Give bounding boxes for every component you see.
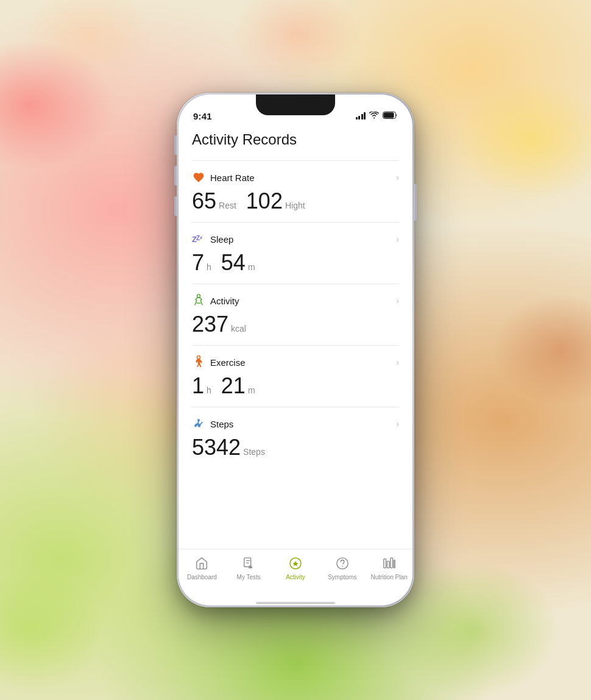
symptoms-nav-icon xyxy=(334,555,350,571)
heart-icon xyxy=(192,171,205,184)
activity-values: 237 kcal xyxy=(192,313,399,335)
app-content: Activity Records Heart Rate › xyxy=(179,125,412,549)
heart-rate-high-group: 102 Hight xyxy=(246,190,305,212)
nav-item-nutrition-plan[interactable]: Nutrition Plan xyxy=(366,554,412,580)
nav-item-activity[interactable]: Activity xyxy=(272,554,319,580)
activity-nav-icon xyxy=(288,555,303,571)
activity-card[interactable]: Activity › 237 kcal xyxy=(192,284,399,345)
nav-item-symptoms[interactable]: Symptoms xyxy=(319,554,366,580)
steps-count-unit: Steps xyxy=(243,447,265,457)
steps-header: Steps › xyxy=(192,417,399,430)
status-icons xyxy=(356,110,398,121)
steps-values: 5342 Steps xyxy=(192,437,399,459)
heart-rate-rest-unit: Rest xyxy=(219,201,236,210)
svg-point-9 xyxy=(342,566,343,567)
nav-item-dashboard[interactable]: Dashboard xyxy=(179,554,225,580)
phone-notch xyxy=(256,95,335,115)
sleep-title-row: Z Z z Sleep xyxy=(192,232,233,246)
nav-label-nutrition-plan: Nutrition Plan xyxy=(371,574,408,580)
exercise-mins-unit: m xyxy=(248,385,255,395)
exercise-header: Exercise › xyxy=(192,355,399,369)
svg-point-6 xyxy=(197,356,200,359)
steps-title: Steps xyxy=(210,419,233,429)
activity-chevron: › xyxy=(396,296,399,305)
sleep-chevron: › xyxy=(396,234,399,244)
nav-label-my-tests: My Tests xyxy=(237,574,261,580)
activity-title: Activity xyxy=(210,296,239,306)
sleep-title: Sleep xyxy=(210,234,233,245)
svg-rect-13 xyxy=(394,560,395,568)
activity-person-icon xyxy=(192,294,205,307)
page-title: Activity Records xyxy=(192,131,399,148)
heart-rate-card[interactable]: Heart Rate › 65 Rest 102 Hight xyxy=(192,160,399,222)
activity-kcal-value: 237 xyxy=(192,313,228,335)
sleep-icon: Z Z z xyxy=(192,232,205,246)
steps-card[interactable]: Steps › 5342 Steps xyxy=(192,407,399,468)
activity-kcal-unit: kcal xyxy=(231,324,246,334)
exercise-mins-group: 21 m xyxy=(221,375,255,397)
nav-label-dashboard: Dashboard xyxy=(187,574,217,580)
heart-rate-high-unit: Hight xyxy=(285,201,305,210)
exercise-hours-value: 1 xyxy=(192,375,204,397)
exercise-mins-value: 21 xyxy=(221,375,246,397)
nutrition-plan-nav-icon xyxy=(381,555,397,571)
phone-screen: 9:41 xyxy=(179,95,412,605)
heart-rate-chevron: › xyxy=(396,173,399,182)
steps-title-row: Steps xyxy=(192,417,233,430)
heart-rate-rest-group: 65 Rest xyxy=(192,190,236,212)
activity-title-row: Activity xyxy=(192,294,239,307)
exercise-card[interactable]: Exercise › 1 h 21 m xyxy=(192,345,399,407)
exercise-hours-group: 1 h xyxy=(192,375,211,397)
battery-icon xyxy=(383,110,398,121)
exercise-chevron: › xyxy=(396,357,399,367)
my-tests-nav-icon xyxy=(241,555,257,571)
steps-chevron: › xyxy=(396,419,399,429)
sleep-mins-unit: m xyxy=(248,262,255,272)
svg-rect-12 xyxy=(390,558,392,568)
sleep-hours-group: 7 h xyxy=(192,252,211,274)
heart-rate-header: Heart Rate › xyxy=(192,171,399,184)
heart-rate-title-row: Heart Rate xyxy=(192,171,255,184)
signal-icon xyxy=(356,112,366,120)
svg-rect-1 xyxy=(384,113,394,118)
heart-rate-rest-value: 65 xyxy=(192,190,216,212)
exercise-title-row: Exercise xyxy=(192,355,246,369)
sleep-mins-group: 54 m xyxy=(221,252,255,274)
dashboard-nav-icon xyxy=(194,555,210,571)
sleep-header: Z Z z Sleep › xyxy=(192,232,399,246)
home-indicator-bar xyxy=(256,602,335,604)
exercise-icon xyxy=(192,355,205,369)
sleep-card[interactable]: Z Z z Sleep › 7 h xyxy=(192,222,399,284)
heart-rate-values: 65 Rest 102 Hight xyxy=(192,190,399,212)
sleep-mins-value: 54 xyxy=(221,252,246,274)
activity-kcal-group: 237 kcal xyxy=(192,313,246,335)
heart-rate-high-value: 102 xyxy=(246,190,283,212)
phone-outer: 9:41 xyxy=(177,93,414,607)
sleep-hours-unit: h xyxy=(207,262,211,272)
sleep-values: 7 h 54 m xyxy=(192,252,399,274)
heart-rate-title: Heart Rate xyxy=(210,173,255,183)
activity-header: Activity › xyxy=(192,294,399,307)
nav-item-my-tests[interactable]: My Tests xyxy=(225,554,272,580)
sleep-hours-value: 7 xyxy=(192,252,204,274)
wifi-icon xyxy=(369,110,379,121)
steps-count-group: 5342 Steps xyxy=(192,437,265,459)
exercise-title: Exercise xyxy=(210,357,246,368)
steps-count-value: 5342 xyxy=(192,437,241,459)
bottom-nav: Dashboard My Tests xyxy=(179,549,412,601)
nav-label-symptoms: Symptoms xyxy=(328,574,356,580)
phone-device: 9:41 xyxy=(177,93,414,607)
exercise-hours-unit: h xyxy=(207,385,211,395)
exercise-values: 1 h 21 m xyxy=(192,375,399,397)
svg-rect-11 xyxy=(387,561,389,568)
steps-icon xyxy=(192,417,205,430)
status-time: 9:41 xyxy=(193,111,212,121)
svg-rect-10 xyxy=(383,559,386,568)
home-indicator xyxy=(179,601,412,605)
nav-label-activity: Activity xyxy=(286,574,305,580)
svg-text:z: z xyxy=(200,235,202,240)
